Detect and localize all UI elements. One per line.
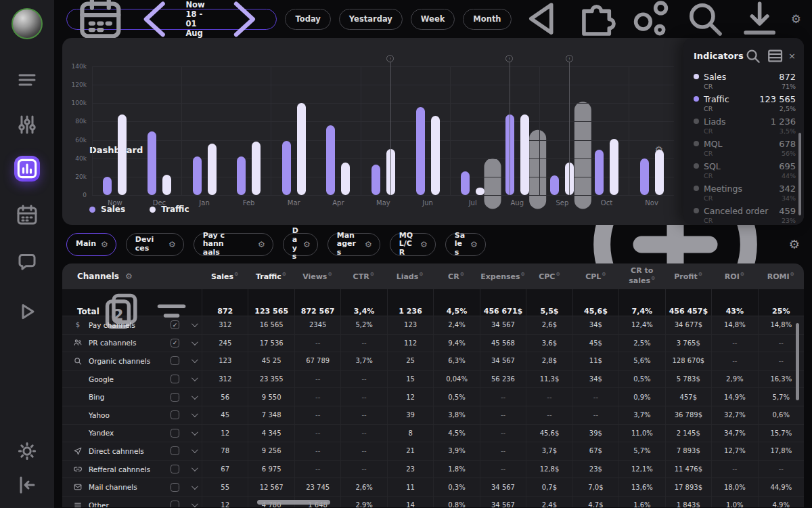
row-checkbox[interactable] <box>171 465 179 473</box>
avatar[interactable] <box>12 8 43 39</box>
row-checkbox[interactable] <box>171 356 179 365</box>
column-header-cr-to-sales[interactable]: CR to sales⚙ <box>619 267 665 285</box>
yesterday-button[interactable]: Yestarday <box>339 9 403 30</box>
indicator-sql[interactable]: SQL695CR44% <box>694 161 796 179</box>
week-button[interactable]: Week <box>411 9 455 30</box>
cell: 12,1% <box>618 461 664 478</box>
sidebar-item-dashboard[interactable] <box>14 156 40 182</box>
column-header-traffic[interactable]: Traffic⚙ <box>248 272 294 282</box>
search-icon[interactable] <box>682 0 727 42</box>
collapse-sidebar-icon[interactable] <box>15 473 39 497</box>
bar-traffic[interactable] <box>208 144 217 195</box>
chevron-down-icon[interactable] <box>191 375 198 381</box>
bar-traffic[interactable] <box>610 139 618 195</box>
column-header-expenses[interactable]: Expenses⚙ <box>479 272 526 282</box>
bar-sales[interactable] <box>193 156 202 195</box>
column-header-ctr[interactable]: CTR⚙ <box>340 272 386 282</box>
bar-traffic[interactable] <box>431 116 440 195</box>
bar-sales[interactable] <box>416 107 425 195</box>
row-checkbox[interactable] <box>171 483 179 492</box>
bar-traffic[interactable] <box>476 188 484 195</box>
annotation-marker[interactable]: ! <box>390 58 391 195</box>
indicator-liads[interactable]: Liads1 236CR3,5% <box>694 116 796 135</box>
table-row-yandex: Yandex124 345----84,5%--45,6$39$11,0%2 1… <box>62 425 804 443</box>
annotation-marker[interactable]: ! <box>510 58 510 195</box>
date-range-picker[interactable]: 01 Now 18 - 01 Aug 2019 <box>66 9 277 30</box>
row-checkbox[interactable] <box>171 375 179 383</box>
bar-traffic[interactable] <box>252 142 261 195</box>
chevron-down-icon[interactable] <box>191 410 198 417</box>
chevron-down-icon[interactable] <box>191 447 198 454</box>
indicators-search-icon[interactable] <box>744 47 762 65</box>
bar-sales[interactable] <box>371 165 380 195</box>
bar-sales[interactable] <box>326 125 335 195</box>
bar-sales[interactable] <box>237 156 246 195</box>
chevron-down-icon[interactable] <box>191 393 198 400</box>
cell: 34$ <box>572 371 618 388</box>
indicator-traffic[interactable]: Traffic123 565CR2,5% <box>694 93 796 112</box>
bar-sales[interactable] <box>550 175 559 195</box>
column-header-cpc[interactable]: CPC⚙ <box>526 272 572 282</box>
row-checkbox[interactable]: ✓ <box>171 339 179 347</box>
brightness-icon[interactable] <box>15 439 39 463</box>
settings-gear-icon[interactable]: ⚙ <box>791 14 801 25</box>
play-icon[interactable] <box>15 299 39 324</box>
bar-traffic[interactable] <box>297 103 306 195</box>
close-icon[interactable]: × <box>788 51 796 60</box>
extensions-icon[interactable] <box>574 0 619 42</box>
row-checkbox[interactable] <box>171 410 179 419</box>
column-header-profit[interactable]: Profit⚙ <box>665 272 711 282</box>
calendar-icon[interactable] <box>15 203 39 228</box>
column-header-views[interactable]: Views⚙ <box>294 272 340 282</box>
annotation-marker[interactable]: ! <box>569 58 570 195</box>
cell: 312 <box>202 371 248 388</box>
share-icon[interactable] <box>628 0 673 42</box>
bar-sales[interactable] <box>640 158 649 195</box>
bar-sales[interactable] <box>148 131 156 195</box>
bar-sales[interactable] <box>595 150 604 195</box>
chevron-down-icon[interactable] <box>191 465 198 471</box>
row-checkbox[interactable] <box>171 393 179 402</box>
indicator-mql[interactable]: MQL678CR56% <box>694 138 796 157</box>
bar-traffic[interactable] <box>520 114 529 195</box>
column-header-liads[interactable]: Liads⚙ <box>386 272 432 282</box>
chevron-down-icon[interactable] <box>191 501 198 507</box>
bar-traffic[interactable] <box>655 150 664 195</box>
bar-traffic[interactable] <box>118 114 127 195</box>
bar-sales[interactable] <box>461 171 470 195</box>
row-checkbox[interactable] <box>171 446 179 455</box>
bar-traffic[interactable] <box>162 175 171 195</box>
table-settings-gear-icon[interactable]: ⚙ <box>125 272 133 280</box>
bar-sales[interactable] <box>282 141 291 195</box>
table-vertical-scrollbar[interactable] <box>796 323 799 400</box>
column-header-sales[interactable]: Sales⚙ <box>202 272 248 282</box>
column-header-cr[interactable]: CR⚙ <box>433 272 479 282</box>
row-checkbox[interactable] <box>171 501 179 507</box>
chevron-down-icon[interactable] <box>191 357 198 364</box>
indicator-sales[interactable]: Sales872CR71% <box>694 71 796 90</box>
chevron-down-icon[interactable] <box>191 339 198 345</box>
bar-sales[interactable] <box>103 177 112 195</box>
bar-traffic[interactable] <box>341 163 350 195</box>
indicators-grid-icon[interactable] <box>766 47 784 65</box>
filters-icon[interactable] <box>15 112 39 137</box>
chevron-down-icon[interactable] <box>191 320 198 327</box>
cell: 0,5% <box>618 371 664 388</box>
chevron-down-icon[interactable] <box>191 483 198 490</box>
chevron-down-icon[interactable] <box>191 429 198 436</box>
row-checkbox[interactable]: ✓ <box>171 320 179 329</box>
chat-icon[interactable] <box>15 249 39 274</box>
row-checkbox[interactable] <box>171 429 179 438</box>
indicator-canceled-order[interactable]: Canceled order459CR23% <box>694 205 796 224</box>
table-horizontal-scrollbar[interactable] <box>257 500 330 505</box>
column-header-romi[interactable]: ROMI⚙ <box>758 272 804 282</box>
column-header-cpl[interactable]: CPL⚙ <box>572 272 618 282</box>
month-button[interactable]: Month <box>463 9 511 30</box>
column-header-roi[interactable]: ROI⚙ <box>711 272 757 282</box>
indicator-meetings[interactable]: Meetings342CR34% <box>694 183 796 202</box>
download-icon[interactable] <box>737 0 782 42</box>
back-icon[interactable] <box>520 0 565 42</box>
indicators-scrollbar[interactable] <box>798 133 801 215</box>
today-button[interactable]: Today <box>285 9 330 30</box>
menu-icon[interactable] <box>15 68 39 92</box>
